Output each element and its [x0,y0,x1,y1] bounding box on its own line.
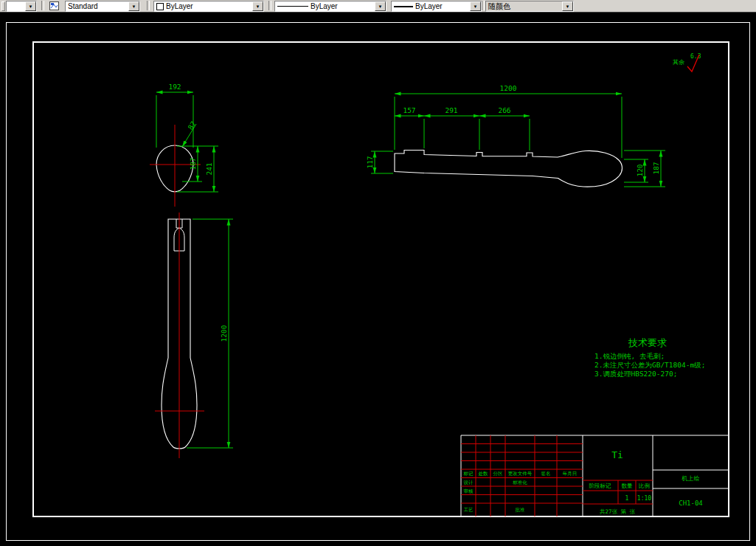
title-block: Ti 阶段标记 数量 比例 1 1:10 共27张 第 张 机上绘 CH1-04… [461,435,729,516]
scale-value: 1:10 [637,495,651,502]
technical-requirements: 技术要求 1.锐边倒钝, 去毛刺; 2.未注尺寸公差为GB/T1804-m级; … [594,337,705,378]
dim-label: 1200 [500,84,517,92]
style-icon[interactable] [49,1,60,11]
chevron-down-icon[interactable]: ▼ [470,1,481,11]
stage-label: 阶段标记 [589,483,612,489]
role-standardize: 标准化 [512,480,527,485]
dim-label: 192 [168,83,181,91]
drawing-number: CH1-04 [679,500,703,507]
toolbar-grip[interactable] [1,1,5,11]
rev-header: 处数 [479,471,489,477]
dim-label: 241 [205,162,213,175]
section-dimension-lines [156,92,218,192]
toolbar-separator [41,1,44,10]
plot-style-value: 随颜色 [486,1,562,11]
dim-label: 157 [403,106,415,114]
sheet-frame [7,23,750,541]
properties-toolbar: ▼ Standard ▼ ByLayer ▼ ByLayer ▼ ByLayer [0,0,756,13]
lineweight-control-value: ByLayer [415,1,443,11]
chevron-down-icon[interactable]: ▼ [252,1,263,11]
chevron-down-icon: ▼ [562,1,573,11]
surface-finish-symbol: 其余 6.3 [673,53,701,72]
dim-label: 87 [186,120,197,131]
drawing-svg: 192 87 187 241 [0,13,756,546]
lineweight-control-combo[interactable]: ByLayer ▼ [391,1,482,12]
plot-style-combo: 随颜色 ▼ [485,1,574,12]
dim-label: 291 [445,106,457,114]
drawing-canvas[interactable]: 192 87 187 241 [0,13,756,546]
dim-label: 187 [652,162,660,174]
layer-combo-value [7,1,25,11]
front-dimension-labels: 1200 [220,325,228,342]
lineweight-sample-icon [394,6,413,7]
dim-label: 266 [498,106,510,114]
tech-req-line: 1.锐边倒钝, 去毛刺; [594,352,665,360]
color-swatch-icon [156,3,164,10]
dim-label: 187 [189,157,197,170]
role-design: 设计 [464,480,474,485]
side-view: 1200 157 291 266 117 120 187 [366,84,666,187]
rev-header: 分区 [493,471,504,477]
color-control-combo[interactable]: ByLayer ▼ [153,1,264,12]
company-name: 机上绘 [682,475,700,482]
toolbar-separator [147,1,150,10]
dim-label: 117 [366,156,374,168]
layer-combo[interactable]: ▼ [6,1,37,12]
finish-scope-label: 其余 [673,59,684,66]
title-block-grid-lines [461,435,653,516]
quantity-label: 数量 [622,483,634,489]
dim-label: 120 [636,164,644,176]
linetype-control-combo[interactable]: ByLayer ▼ [274,1,386,12]
text-style-combo[interactable]: Standard ▼ [65,1,140,12]
section-view: 192 87 187 241 [150,83,218,207]
rev-header: 签名 [541,471,551,477]
front-view: 1200 [155,212,233,458]
role-approve: 批准 [516,507,526,513]
rev-header: 更改文件号 [508,471,533,477]
role-process: 工艺 [464,507,474,513]
chevron-down-icon[interactable]: ▼ [375,1,386,11]
part-name: Ti [611,449,623,460]
side-outline [395,151,623,187]
tech-req-line: 2.未注尺寸公差为GB/T1804-m级; [594,361,705,369]
finish-roughness-value: 6.3 [690,53,701,60]
scale-label: 比例 [639,483,650,489]
toolbar-separator [268,1,271,10]
linetype-sample-icon [277,6,308,7]
color-control-value: ByLayer [166,1,193,11]
side-dimension-labels: 1200 157 291 266 117 120 187 [366,84,660,177]
role-check: 审核 [464,488,474,494]
rev-header: 标记 [463,471,474,477]
tech-req-line: 3.调质处理HBS220-270; [594,370,677,378]
quantity-value: 1 [625,495,629,502]
sheet-note: 共27张 第 张 [600,508,636,515]
autocad-window: { "toolbar": { "layer_control": "", "tex… [0,0,756,546]
toolbar-separator [482,1,485,10]
chevron-down-icon[interactable]: ▼ [25,1,36,11]
text-style-value: Standard [66,1,128,11]
chevron-down-icon[interactable]: ▼ [128,1,139,11]
tech-req-title: 技术要求 [628,337,667,348]
rev-header: 年月日 [563,471,578,477]
linetype-control-value: ByLayer [311,1,338,11]
dim-label: 1200 [220,325,228,342]
